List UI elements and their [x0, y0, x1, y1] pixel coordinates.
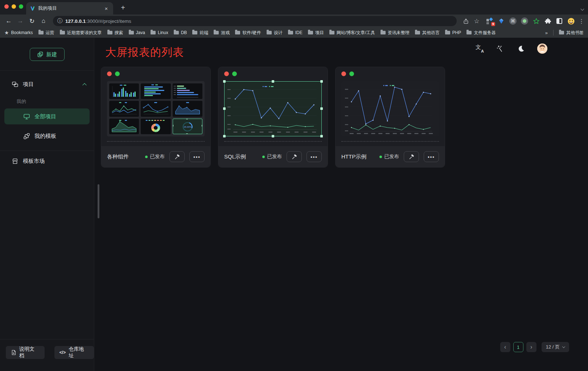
sidebar-item-all-projects[interactable]: 全部项目 [4, 108, 90, 124]
mini-gauge-selected: 25.00% [173, 119, 202, 134]
tab-search-icon[interactable] [581, 5, 584, 12]
mini-line-chart [109, 101, 139, 116]
extension-emoji-icon[interactable] [567, 17, 575, 25]
bookmark-folder[interactable]: 搜索 [107, 30, 123, 36]
sidebar-group-projects[interactable]: 项目 [0, 79, 94, 90]
green-dot-icon [349, 71, 354, 76]
sidebar-item-template-market[interactable]: 模板市场 [4, 153, 90, 169]
mini-line-chart-2 [141, 101, 170, 116]
bookmarks-manager[interactable]: ★Bookmarks [4, 30, 33, 36]
folder-icon [445, 31, 450, 34]
new-tab-button[interactable]: + [118, 3, 128, 12]
bookmark-folder[interactable]: 其他语言 [415, 30, 440, 36]
project-card[interactable]: SQL示例 已发布 ••• [218, 67, 328, 168]
bookmark-folder[interactable]: IDE [288, 30, 303, 35]
browser-menu-icon[interactable]: ⋮ [579, 18, 584, 25]
bookmark-folder[interactable]: 近期需要读的文章 [60, 30, 102, 36]
extension-gem-icon[interactable] [497, 17, 505, 25]
browser-tab[interactable]: 我的项目 × [26, 2, 113, 15]
page-size-select[interactable]: 12 / 页 [542, 342, 569, 352]
more-actions-button[interactable]: ••• [189, 151, 205, 162]
bookmark-folder[interactable]: PHP [445, 30, 461, 35]
more-actions-button[interactable]: ••• [307, 151, 322, 162]
new-project-button[interactable]: 新建 [30, 48, 65, 61]
reload-icon[interactable]: ↻ [27, 16, 37, 26]
language-icon[interactable]: 文 A [476, 45, 484, 53]
bookmarks-overflow-chevron[interactable]: » [545, 30, 548, 36]
bookmark-folder[interactable]: 项目 [308, 30, 324, 36]
address-bar[interactable]: ⓘ 127.0.0.1:3000/#/project/items [53, 16, 457, 26]
prev-page-button[interactable]: ‹ [500, 342, 510, 352]
close-window-button[interactable] [4, 4, 9, 9]
sidebar-footer: 说明文档 </> 仓库地址 [0, 339, 94, 371]
extension-cmd-icon[interactable]: ⌘ [509, 17, 517, 25]
line-chart-preview [225, 82, 321, 136]
project-thumbnail[interactable]: 25.00% [107, 81, 205, 136]
sidebar: 新建 项目 我的 全部项目 我的模板 [0, 38, 94, 371]
mini-area-chart-green [109, 119, 139, 134]
extension-star-icon[interactable] [532, 17, 540, 25]
next-page-button[interactable]: › [526, 342, 536, 352]
bookmarks-bar: ★Bookmarks 运营 近期需要读的文章 搜索 Java Linux DB … [0, 28, 588, 38]
current-page-button[interactable]: 1 [513, 342, 523, 352]
edit-hammer-button[interactable] [169, 151, 185, 162]
edit-hammer-button[interactable] [287, 151, 302, 162]
site-info-icon[interactable]: ⓘ [57, 18, 62, 24]
home-icon[interactable]: ⌂ [38, 16, 49, 26]
bookmark-folder[interactable]: 游戏 [214, 30, 230, 36]
bookmark-folder[interactable]: 运营 [38, 30, 54, 36]
more-actions-button[interactable]: ••• [424, 151, 439, 162]
project-card[interactable]: 25.00% 各种组件 已发布 ••• [101, 67, 211, 168]
close-tab-icon[interactable]: × [103, 5, 110, 12]
project-card-list: 25.00% 各种组件 已发布 ••• [101, 67, 445, 168]
store-icon [12, 158, 18, 165]
docs-button[interactable]: 说明文档 [6, 346, 45, 359]
extension-grid-icon[interactable]: 9 [486, 17, 494, 25]
bookmark-folder[interactable]: Java [129, 30, 145, 35]
bookmark-folder[interactable]: 资讯未整理 [381, 30, 410, 36]
bookmark-star-icon[interactable]: ☆ [472, 16, 481, 26]
extensions-puzzle-icon[interactable] [544, 17, 552, 25]
scrollbar-thumb[interactable] [98, 184, 99, 218]
folder-icon [329, 31, 334, 34]
sidebar-item-my-templates[interactable]: 我的模板 [4, 128, 90, 144]
bookmark-folder[interactable]: 文件服务器 [466, 30, 496, 36]
project-title: 各种组件 [107, 153, 129, 160]
favicon [30, 6, 35, 11]
bookmark-folder[interactable]: Linux [151, 30, 168, 35]
folder-icon [107, 31, 112, 34]
project-thumbnail[interactable] [341, 81, 439, 136]
mini-area-chart-blue [173, 101, 202, 116]
published-dot-icon [262, 156, 265, 158]
bookmark-folder[interactable]: 软件/硬件 [235, 30, 261, 36]
user-avatar[interactable] [537, 44, 547, 54]
bookmark-folder[interactable]: 网站/博客/文章/工具 [329, 30, 375, 36]
folder-icon [466, 31, 472, 34]
chevron-up-icon[interactable] [82, 83, 86, 87]
project-thumbnail[interactable] [224, 81, 322, 136]
project-card[interactable]: HTTP示例 已发布 ••• [335, 67, 445, 168]
line-chart-preview [341, 81, 439, 136]
magic-wand-icon[interactable] [495, 44, 505, 53]
extension-darkreader-icon[interactable] [555, 17, 563, 25]
card-status-dots [341, 71, 354, 76]
repo-button[interactable]: </> 仓库地址 [54, 346, 94, 359]
minimize-window-button[interactable] [12, 4, 16, 9]
red-dot-icon [107, 71, 112, 76]
share-icon[interactable] [461, 16, 470, 26]
edit-hammer-button[interactable] [404, 151, 419, 162]
zoom-window-button[interactable] [19, 4, 23, 9]
forward-icon[interactable]: → [15, 16, 25, 26]
bookmark-folder[interactable]: 前端 [192, 30, 208, 36]
goview-app: 新建 项目 我的 全部项目 我的模板 [0, 38, 588, 371]
other-bookmarks[interactable]: 其他书签 [559, 30, 584, 36]
publish-status: 已发布 [379, 153, 399, 160]
extension-record-icon[interactable] [521, 17, 529, 25]
tab-title: 我的项目 [38, 5, 100, 12]
back-icon[interactable]: ← [4, 16, 14, 26]
bookmark-folder[interactable]: DB [174, 30, 187, 35]
card-footer: HTTP示例 已发布 ••• [336, 146, 445, 167]
bookmark-folder[interactable]: 设计 [267, 30, 283, 36]
gauge-value: 25.00% [184, 126, 192, 128]
dark-mode-moon-icon[interactable] [516, 44, 526, 53]
